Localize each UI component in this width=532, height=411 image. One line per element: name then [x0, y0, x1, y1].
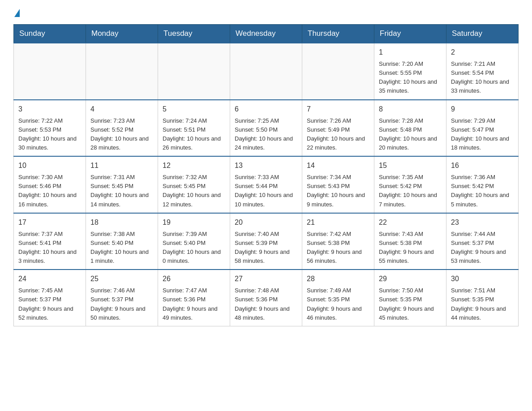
day-info: Sunrise: 7:33 AM Sunset: 5:44 PM Dayligh…: [235, 173, 297, 209]
day-info: Sunrise: 7:38 AM Sunset: 5:40 PM Dayligh…: [90, 230, 153, 266]
calendar-cell: [86, 43, 158, 100]
day-info: Sunrise: 7:46 AM Sunset: 5:37 PM Dayligh…: [90, 286, 153, 322]
calendar-cell: 6Sunrise: 7:25 AM Sunset: 5:50 PM Daylig…: [230, 100, 302, 157]
day-info: Sunrise: 7:40 AM Sunset: 5:39 PM Dayligh…: [235, 230, 297, 266]
day-info: Sunrise: 7:47 AM Sunset: 5:36 PM Dayligh…: [163, 286, 225, 322]
day-info: Sunrise: 7:31 AM Sunset: 5:45 PM Dayligh…: [90, 173, 153, 209]
day-number: 3: [18, 104, 81, 115]
day-number: 8: [379, 104, 442, 115]
calendar-cell: 5Sunrise: 7:24 AM Sunset: 5:51 PM Daylig…: [158, 100, 230, 157]
day-info: Sunrise: 7:51 AM Sunset: 5:35 PM Dayligh…: [451, 286, 514, 322]
day-info: Sunrise: 7:36 AM Sunset: 5:42 PM Dayligh…: [451, 173, 514, 209]
header-day-monday: Monday: [86, 25, 158, 43]
day-info: Sunrise: 7:24 AM Sunset: 5:51 PM Dayligh…: [163, 116, 225, 153]
day-info: Sunrise: 7:39 AM Sunset: 5:40 PM Dayligh…: [163, 230, 225, 266]
day-number: 4: [90, 104, 153, 115]
calendar-cell: 9Sunrise: 7:29 AM Sunset: 5:47 PM Daylig…: [446, 100, 519, 157]
day-number: 28: [307, 274, 369, 284]
calendar-cell: 21Sunrise: 7:42 AM Sunset: 5:38 PM Dayli…: [302, 213, 374, 270]
calendar-cell: 16Sunrise: 7:36 AM Sunset: 5:42 PM Dayli…: [446, 156, 519, 213]
calendar-cell: 20Sunrise: 7:40 AM Sunset: 5:39 PM Dayli…: [230, 213, 302, 270]
calendar-cell: 26Sunrise: 7:47 AM Sunset: 5:36 PM Dayli…: [158, 270, 230, 326]
header-day-thursday: Thursday: [302, 25, 374, 43]
calendar-cell: 24Sunrise: 7:45 AM Sunset: 5:37 PM Dayli…: [14, 270, 86, 326]
day-number: 7: [307, 104, 369, 115]
day-number: 10: [18, 160, 81, 171]
day-number: 25: [90, 274, 153, 284]
calendar-cell: 27Sunrise: 7:48 AM Sunset: 5:36 PM Dayli…: [230, 270, 302, 326]
day-number: 23: [451, 217, 514, 228]
day-info: Sunrise: 7:44 AM Sunset: 5:37 PM Dayligh…: [451, 230, 514, 266]
day-info: Sunrise: 7:29 AM Sunset: 5:47 PM Dayligh…: [451, 116, 514, 153]
day-info: Sunrise: 7:20 AM Sunset: 5:55 PM Dayligh…: [379, 60, 442, 96]
day-info: Sunrise: 7:42 AM Sunset: 5:38 PM Dayligh…: [307, 230, 369, 266]
day-info: Sunrise: 7:23 AM Sunset: 5:52 PM Dayligh…: [90, 116, 153, 153]
calendar-cell: [158, 43, 230, 100]
day-number: 5: [163, 104, 225, 115]
week-row-4: 17Sunrise: 7:37 AM Sunset: 5:41 PM Dayli…: [14, 213, 519, 270]
calendar-cell: 3Sunrise: 7:22 AM Sunset: 5:53 PM Daylig…: [14, 100, 86, 157]
week-row-2: 3Sunrise: 7:22 AM Sunset: 5:53 PM Daylig…: [14, 100, 519, 157]
day-number: 1: [379, 47, 442, 58]
calendar-cell: 25Sunrise: 7:46 AM Sunset: 5:37 PM Dayli…: [86, 270, 158, 326]
day-number: 14: [307, 160, 369, 171]
day-info: Sunrise: 7:21 AM Sunset: 5:54 PM Dayligh…: [451, 60, 514, 96]
calendar-cell: 22Sunrise: 7:43 AM Sunset: 5:38 PM Dayli…: [374, 213, 446, 270]
day-info: Sunrise: 7:34 AM Sunset: 5:43 PM Dayligh…: [307, 173, 369, 209]
calendar-cell: 19Sunrise: 7:39 AM Sunset: 5:40 PM Dayli…: [158, 213, 230, 270]
day-number: 18: [90, 217, 153, 228]
week-row-1: 1Sunrise: 7:20 AM Sunset: 5:55 PM Daylig…: [14, 43, 519, 100]
calendar-cell: 15Sunrise: 7:35 AM Sunset: 5:42 PM Dayli…: [374, 156, 446, 213]
calendar-cell: 2Sunrise: 7:21 AM Sunset: 5:54 PM Daylig…: [446, 43, 519, 100]
day-number: 9: [451, 104, 514, 115]
header-day-friday: Friday: [374, 25, 446, 43]
day-number: 12: [163, 160, 225, 171]
header-day-sunday: Sunday: [14, 25, 86, 43]
calendar-cell: 14Sunrise: 7:34 AM Sunset: 5:43 PM Dayli…: [302, 156, 374, 213]
day-number: 29: [379, 274, 442, 284]
day-info: Sunrise: 7:28 AM Sunset: 5:48 PM Dayligh…: [379, 116, 442, 153]
day-number: 27: [235, 274, 297, 284]
calendar-header-row: SundayMondayTuesdayWednesdayThursdayFrid…: [14, 25, 519, 43]
calendar-table: SundayMondayTuesdayWednesdayThursdayFrid…: [13, 24, 519, 326]
week-row-5: 24Sunrise: 7:45 AM Sunset: 5:37 PM Dayli…: [14, 270, 519, 326]
day-info: Sunrise: 7:25 AM Sunset: 5:50 PM Dayligh…: [235, 116, 297, 153]
day-info: Sunrise: 7:22 AM Sunset: 5:53 PM Dayligh…: [18, 116, 81, 153]
calendar-cell: [230, 43, 302, 100]
calendar-cell: 1Sunrise: 7:20 AM Sunset: 5:55 PM Daylig…: [374, 43, 446, 100]
day-number: 20: [235, 217, 297, 228]
day-number: 24: [18, 274, 81, 284]
header-day-tuesday: Tuesday: [158, 25, 230, 43]
calendar-cell: [14, 43, 86, 100]
day-number: 19: [163, 217, 225, 228]
calendar-cell: 10Sunrise: 7:30 AM Sunset: 5:46 PM Dayli…: [14, 156, 86, 213]
day-info: Sunrise: 7:45 AM Sunset: 5:37 PM Dayligh…: [18, 286, 81, 322]
day-number: 30: [451, 274, 514, 284]
week-row-3: 10Sunrise: 7:30 AM Sunset: 5:46 PM Dayli…: [14, 156, 519, 213]
calendar-cell: 18Sunrise: 7:38 AM Sunset: 5:40 PM Dayli…: [86, 213, 158, 270]
day-number: 22: [379, 217, 442, 228]
day-number: 16: [451, 160, 514, 171]
day-info: Sunrise: 7:26 AM Sunset: 5:49 PM Dayligh…: [307, 116, 369, 153]
calendar-cell: 12Sunrise: 7:32 AM Sunset: 5:45 PM Dayli…: [158, 156, 230, 213]
calendar-cell: 8Sunrise: 7:28 AM Sunset: 5:48 PM Daylig…: [374, 100, 446, 157]
calendar-cell: 28Sunrise: 7:49 AM Sunset: 5:35 PM Dayli…: [302, 270, 374, 326]
day-number: 15: [379, 160, 442, 171]
day-number: 2: [451, 47, 514, 58]
calendar-cell: 29Sunrise: 7:50 AM Sunset: 5:35 PM Dayli…: [374, 270, 446, 326]
day-info: Sunrise: 7:30 AM Sunset: 5:46 PM Dayligh…: [18, 173, 81, 209]
header-day-wednesday: Wednesday: [230, 25, 302, 43]
calendar-cell: 23Sunrise: 7:44 AM Sunset: 5:37 PM Dayli…: [446, 213, 519, 270]
day-info: Sunrise: 7:49 AM Sunset: 5:35 PM Dayligh…: [307, 286, 369, 322]
day-number: 26: [163, 274, 225, 284]
day-number: 17: [18, 217, 81, 228]
day-number: 11: [90, 160, 153, 171]
calendar-cell: 11Sunrise: 7:31 AM Sunset: 5:45 PM Dayli…: [86, 156, 158, 213]
day-info: Sunrise: 7:37 AM Sunset: 5:41 PM Dayligh…: [18, 230, 81, 266]
day-info: Sunrise: 7:48 AM Sunset: 5:36 PM Dayligh…: [235, 286, 297, 322]
header-day-saturday: Saturday: [446, 25, 519, 43]
logo-triangle-icon: [14, 9, 20, 17]
calendar-cell: 13Sunrise: 7:33 AM Sunset: 5:44 PM Dayli…: [230, 156, 302, 213]
day-number: 6: [235, 104, 297, 115]
day-info: Sunrise: 7:32 AM Sunset: 5:45 PM Dayligh…: [163, 173, 225, 209]
